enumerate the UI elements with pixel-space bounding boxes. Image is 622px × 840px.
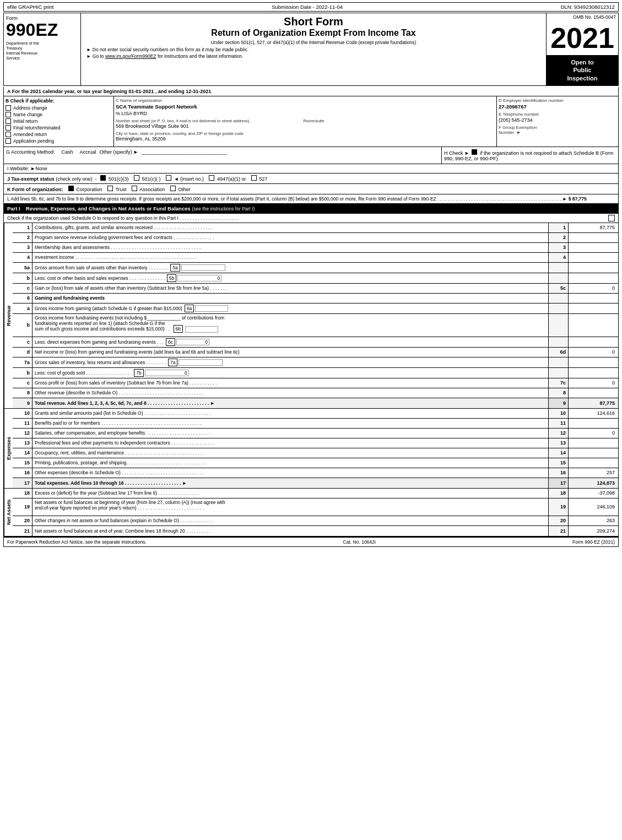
footer: For Paperwork Reduction Act Notice, see … [3, 536, 619, 547]
subtitle: Under section 501(c), 527, or 4947(a)(1)… [86, 40, 540, 45]
checkbox-final-return[interactable] [6, 125, 11, 131]
row4-label: Investment income . . . . . . . . . . . … [33, 253, 549, 262]
checkbox-trust[interactable] [107, 186, 113, 191]
row6d-label: Net income or (loss) from gaming and fun… [33, 348, 549, 357]
main-header: Form 990EZ Department of the Treasury In… [3, 13, 619, 86]
check-address-change: Address change [6, 105, 112, 111]
j-527: 527 [259, 176, 268, 182]
part1-check-row: Check if the organization used Schedule … [3, 214, 619, 223]
contact: % LISA BYRD [116, 111, 495, 116]
section-k: K Form of organization: Corporation Trus… [3, 184, 619, 194]
checkbox-501c3[interactable] [100, 175, 106, 181]
street-address: 569 Brookwood Village Suite 901 [116, 123, 495, 129]
row18-value: -37,098 [569, 489, 618, 498]
row11-numright: 11 [549, 419, 569, 428]
row12-numright: 12 [549, 429, 569, 438]
row16-numright: 16 [549, 468, 569, 478]
row16-label: Other expenses (describe in Schedule O) … [33, 468, 549, 478]
checkbox-amended-return[interactable] [6, 132, 11, 137]
row-8: 8 Other revenue (describe in Schedule O)… [13, 388, 618, 398]
group-row: Number ► [499, 130, 616, 135]
checkbox-association[interactable] [132, 186, 137, 191]
row17-value: 124,873 [569, 478, 618, 488]
row-5b: b Less: cost or other basis and sales ex… [13, 273, 618, 284]
row10-label: Grants and similar amounts paid (list in… [33, 409, 549, 418]
checkbox-h[interactable] [472, 149, 477, 155]
top-bar: efile GRAPHIC print Submission Date - 20… [3, 2, 619, 12]
other-label: Other (specify) ► [100, 149, 138, 155]
net-assets-section: Net Assets 18 Excess or (deficit) for th… [3, 489, 619, 536]
checkbox-application-pending[interactable] [6, 138, 11, 144]
row6d-value: 0 [569, 348, 618, 357]
row1-value: 87,775 [569, 223, 618, 232]
row9-value: 87,775 [569, 398, 618, 408]
checkbox-address-change[interactable] [6, 105, 11, 111]
checkbox-insert[interactable] [166, 175, 171, 181]
row-20: 20 Other changes in net assets or fund b… [13, 516, 618, 526]
row-21: 21 Net assets or fund balances at end of… [13, 526, 618, 536]
other-value: _______________________________ [142, 149, 227, 155]
row21-numright: 21 [549, 526, 569, 536]
row20-label: Other changes in net assets or fund bala… [33, 516, 549, 525]
k-label: K Form of organization: [7, 187, 63, 192]
address-label: Number and street (or P. O. box, if mail… [116, 118, 495, 123]
row15-num: 15 [13, 458, 33, 468]
row7b-num: b [13, 368, 33, 378]
row6a-numright [549, 304, 569, 313]
row6c-label: Less: direct expenses from gaming and fu… [33, 337, 549, 347]
row16-num: 16 [13, 468, 33, 478]
row20-num: 20 [13, 516, 33, 525]
row6a-value [569, 304, 618, 313]
row15-label: Printing, publications, postage, and shi… [33, 458, 549, 468]
row-3: 3 Membership dues and assessments . . . … [13, 243, 618, 253]
check-final-return: Final return/terminated [6, 125, 112, 131]
row7a-label: Gross sales of inventory, less returns a… [33, 357, 549, 367]
open-public-inspection: Open to Public Inspection [547, 55, 618, 85]
row21-value: 209,274 [569, 526, 618, 536]
checkbox-other-k[interactable] [170, 186, 176, 191]
checkbox-corporation[interactable] [68, 186, 74, 191]
checkbox-501c[interactable] [134, 175, 139, 181]
row-6a: a Gross income from gaming (attach Sched… [13, 304, 618, 314]
g-label: G Accounting Method: [6, 149, 55, 155]
row17-label: Total expenses. Add lines 10 through 16 … [33, 478, 549, 488]
row1-label: Contributions, gifts, grants, and simila… [33, 223, 549, 232]
year-box: OMB No. 1545-0047 2021 Open to Public In… [547, 13, 618, 85]
row-7b: b Less: cost of goods sold . . . . . . .… [13, 368, 618, 378]
section-i: I Website: ►None [3, 164, 619, 174]
row5a-numright [549, 263, 569, 273]
row1-numright: 1 [549, 223, 569, 232]
section-l: L Add lines 5b, 6c, and 7b to line 9 to … [3, 194, 619, 204]
short-form-title: Short Form [86, 15, 540, 28]
part1-label: Part I [7, 205, 20, 212]
row9-numright: 9 [549, 398, 569, 408]
l-value: $ 87,775 [569, 196, 587, 202]
instruction2: ► Go to www.irs.gov/Form990EZ for instru… [86, 53, 540, 59]
city-label: City or town, state or province, country… [116, 131, 495, 136]
dln: DLN: 93492308012312 [561, 4, 615, 10]
checkbox-527[interactable] [251, 175, 257, 181]
row17-num: 17 [13, 478, 33, 488]
irs-link[interactable]: www.irs.gov/Form990EZ [105, 53, 156, 59]
row12-label: Salaries, other compensation, and employ… [33, 429, 549, 438]
checkbox-4947[interactable] [209, 175, 214, 181]
dept-info: Department of the Treasury Internal Reve… [6, 41, 78, 61]
row10-num: 10 [13, 409, 33, 418]
row5b-num: b [13, 273, 33, 283]
final-return-label: Final return/terminated [13, 125, 61, 131]
checkbox-initial-return[interactable] [6, 118, 11, 124]
j-501c: 501(c)( ) [142, 176, 161, 182]
row-7a: 7a Gross sales of inventory, less return… [13, 357, 618, 368]
row13-label: Professional fees and other payments to … [33, 438, 549, 448]
row5a-num: 5a [13, 263, 33, 273]
row3-numright: 3 [549, 243, 569, 252]
checkbox-schedule-o[interactable] [608, 215, 615, 221]
check-amended-return: Amended return [6, 132, 112, 137]
row6b-value [569, 314, 618, 337]
net-assets-side-label: Net Assets [4, 489, 13, 536]
row-2: 2 Program service revenue including gove… [13, 233, 618, 243]
checkbox-name-change[interactable] [6, 112, 11, 117]
row-6c: c Less: direct expenses from gaming and … [13, 337, 618, 348]
instruction1: ► Do not enter social security numbers o… [86, 47, 540, 52]
row-11: 11 Benefits paid to or for members . . .… [13, 419, 618, 429]
